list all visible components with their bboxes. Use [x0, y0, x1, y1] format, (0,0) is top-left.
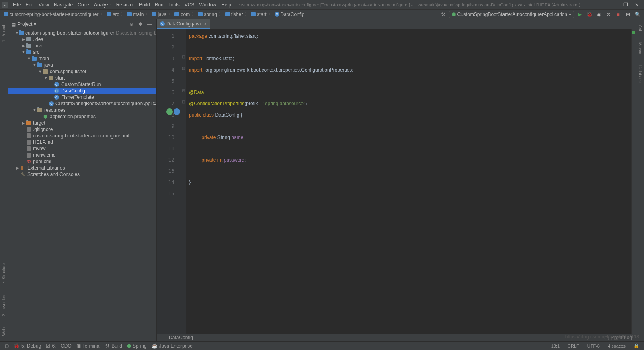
- breadcrumb-start[interactable]: start: [250, 12, 267, 17]
- fold-marker[interactable]: ⊟: [181, 85, 186, 96]
- tree-arrow-icon[interactable]: [38, 70, 43, 74]
- breadcrumb-src[interactable]: src: [105, 12, 120, 17]
- minimize-button[interactable]: ─: [609, 0, 620, 10]
- tree-arrow-icon[interactable]: [21, 121, 26, 125]
- project-panel-title[interactable]: ▤ Project ▾: [11, 21, 127, 27]
- tree-row[interactable]: main: [8, 55, 156, 62]
- menu-file[interactable]: File: [10, 1, 23, 8]
- tool-maven[interactable]: Maven: [638, 41, 642, 56]
- tree-arrow-icon[interactable]: [43, 76, 48, 80]
- status-indent[interactable]: 4 spaces: [605, 344, 628, 348]
- tool-project[interactable]: 1: Project: [2, 23, 6, 43]
- status-debug[interactable]: 🐞5: Debug: [11, 343, 43, 349]
- tree-arrow-icon[interactable]: [15, 31, 19, 35]
- status-todo[interactable]: ☑6: TODO: [43, 343, 74, 349]
- tree-row[interactable]: CDataConfig: [8, 88, 156, 94]
- menu-help[interactable]: Help: [219, 1, 234, 8]
- tab-close-button[interactable]: ×: [202, 21, 206, 26]
- tree-row[interactable]: ✎Scratches and Consoles: [8, 171, 156, 178]
- status-line-sep[interactable]: CRLF: [565, 344, 582, 348]
- menu-code[interactable]: Code: [75, 1, 92, 8]
- profile-button[interactable]: ⊙: [605, 10, 613, 18]
- tool-ant[interactable]: Ant: [638, 23, 642, 33]
- tree-row[interactable]: custom-spring-boot-starter-autoconfigure…: [8, 133, 156, 139]
- tree-row[interactable]: .mvn: [8, 43, 156, 49]
- lombok-icon[interactable]: [174, 108, 180, 115]
- search-button[interactable]: 🔍: [634, 10, 642, 18]
- tree-arrow-icon[interactable]: [15, 166, 20, 170]
- menu-vcs[interactable]: VCS: [182, 1, 197, 8]
- maximize-button[interactable]: ❐: [620, 0, 631, 10]
- line-gutter[interactable]: 123456789101112131415: [157, 29, 181, 334]
- breadcrumb-com[interactable]: com: [173, 12, 191, 17]
- code-editor[interactable]: package com.spring.fisher.start; import …: [186, 29, 631, 334]
- panel-settings-button[interactable]: ✱: [136, 20, 144, 28]
- tree-arrow-icon[interactable]: [21, 37, 26, 41]
- stop-button[interactable]: ■: [614, 10, 622, 18]
- tree-row[interactable]: ⊪External Libraries: [8, 165, 156, 171]
- tool-favorites[interactable]: 2: Favorites: [2, 293, 6, 317]
- status-spring[interactable]: ⬢Spring: [125, 343, 149, 349]
- breadcrumb-dataconfig[interactable]: CDataConfig: [273, 12, 306, 17]
- project-tree[interactable]: custom-spring-boot-starter-autoconfigure…: [8, 29, 156, 341]
- editor-body[interactable]: 123456789101112131415 ⊟ ⊟ ⊟ ⊟ package co…: [157, 29, 636, 334]
- select-open-file-button[interactable]: ⊖: [127, 20, 135, 28]
- tree-row[interactable]: mvnw: [8, 145, 156, 152]
- fold-bar[interactable]: ⊟ ⊟ ⊟ ⊟: [181, 29, 186, 334]
- breadcrumb-main[interactable]: main: [126, 12, 145, 17]
- spring-bean-icon[interactable]: [166, 108, 173, 115]
- fold-marker[interactable]: ⊟: [181, 96, 186, 108]
- breadcrumb-fisher[interactable]: fisher: [224, 12, 244, 17]
- menu-window[interactable]: Window: [197, 1, 219, 8]
- menu-edit[interactable]: Edit: [23, 1, 36, 8]
- debug-button[interactable]: 🐞: [585, 10, 593, 18]
- coverage-button[interactable]: ◉: [595, 10, 603, 18]
- tree-row[interactable]: CFisherTemplate: [8, 94, 156, 100]
- tree-arrow-icon[interactable]: [27, 57, 31, 61]
- tool-structure[interactable]: 7: Structure: [2, 262, 6, 286]
- gutter-class-icons[interactable]: [166, 108, 180, 115]
- fold-marker[interactable]: ⊟: [181, 63, 186, 74]
- menu-refactor[interactable]: Refactor: [114, 1, 137, 8]
- tree-row[interactable]: CCustomStarterRun: [8, 81, 156, 88]
- editor-breadcrumb-footer[interactable]: DataConfig: [157, 334, 636, 341]
- status-cursor-pos[interactable]: 13:1: [549, 344, 562, 348]
- tree-row[interactable]: target: [8, 120, 156, 126]
- tree-arrow-icon[interactable]: [21, 50, 26, 54]
- menu-navigate[interactable]: Navigate: [51, 1, 75, 8]
- hide-panel-button[interactable]: —: [145, 20, 153, 28]
- tool-database[interactable]: Database: [638, 64, 642, 84]
- layout-button[interactable]: ⊟: [624, 10, 632, 18]
- close-button[interactable]: ✕: [631, 0, 642, 10]
- run-button[interactable]: ▶: [576, 10, 584, 18]
- breadcrumb-java[interactable]: java: [150, 12, 168, 17]
- tree-row[interactable]: mvnw.cmd: [8, 152, 156, 158]
- tree-row[interactable]: .idea: [8, 36, 156, 43]
- tree-row[interactable]: java: [8, 62, 156, 68]
- status-java-enterprise[interactable]: ☕Java Enterprise: [149, 343, 195, 349]
- breadcrumb-spring[interactable]: spring: [197, 12, 218, 17]
- status-event-log[interactable]: ◯ Event Log: [604, 335, 632, 340]
- tree-row[interactable]: start: [8, 75, 156, 81]
- menu-run[interactable]: Run: [152, 1, 166, 8]
- tool-web[interactable]: Web: [2, 326, 6, 337]
- menu-tools[interactable]: Tools: [166, 1, 182, 8]
- status-lock-icon[interactable]: 🔒: [631, 343, 642, 348]
- run-config-selector[interactable]: ⬢ CustomSpringBootStarterAutoconfigurerA…: [449, 11, 574, 18]
- tree-row[interactable]: com.spring.fisher: [8, 68, 156, 75]
- breadcrumb-root[interactable]: custom-spring-boot-starter-autoconfigure…: [2, 12, 100, 17]
- status-encoding[interactable]: UTF-8: [585, 344, 602, 348]
- fold-marker[interactable]: ⊟: [181, 51, 186, 63]
- tree-row[interactable]: .gitignore: [8, 126, 156, 133]
- error-stripe[interactable]: [631, 29, 636, 334]
- tree-row[interactable]: ⬢application.properties: [8, 113, 156, 120]
- tree-row[interactable]: src: [8, 49, 156, 55]
- tree-row[interactable]: CCustomSpringBootStarterAutoconfigurerAp…: [8, 100, 156, 107]
- build-button[interactable]: ⚒: [439, 10, 447, 18]
- menu-build[interactable]: Build: [137, 1, 152, 8]
- status-terminal[interactable]: ▣Terminal: [74, 343, 103, 349]
- tree-arrow-icon[interactable]: [21, 44, 26, 48]
- tree-arrow-icon[interactable]: [32, 108, 37, 112]
- tree-row[interactable]: resources: [8, 107, 156, 113]
- status-build[interactable]: ⚒Build: [103, 343, 125, 349]
